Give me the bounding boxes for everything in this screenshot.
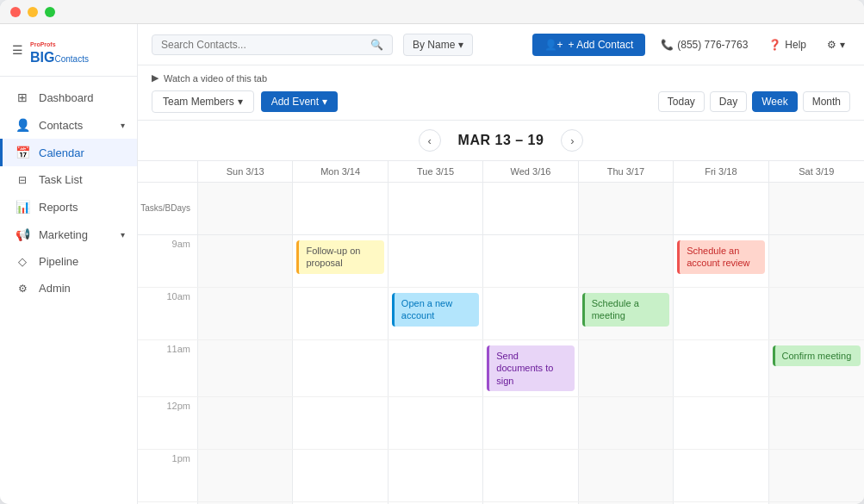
help-button[interactable]: ❓ Help	[763, 35, 811, 54]
time-row-9am: 9am Follow-up on proposal Schedule an ac…	[138, 235, 864, 288]
view-day-button[interactable]: Day	[710, 91, 747, 112]
by-name-button[interactable]: By Name ▾	[403, 34, 473, 56]
settings-chevron: ▾	[840, 39, 845, 51]
cell-sun-9am[interactable]	[198, 235, 293, 287]
cell-tue-9am[interactable]	[388, 235, 483, 287]
cell-sun-12pm[interactable]	[198, 397, 293, 449]
sidebar-item-task-list[interactable]: ⊟ Task List	[0, 166, 137, 193]
cell-sat-1pm[interactable]	[769, 450, 864, 501]
tasks-sun	[198, 183, 293, 234]
time-label-1pm: 1pm	[138, 450, 198, 501]
team-members-label: Team Members	[163, 96, 234, 108]
cell-fri-11am[interactable]	[674, 340, 768, 396]
watch-video-link[interactable]: ▶ Watch a video of this tab	[152, 72, 850, 84]
cell-mon-12pm[interactable]	[293, 397, 388, 449]
pipeline-icon: ◇	[15, 255, 30, 268]
event-send-documents[interactable]: Send documents to sign	[487, 345, 574, 391]
cell-thu-1pm[interactable]	[579, 450, 674, 501]
sidebar-item-admin[interactable]: ⚙ Admin	[0, 275, 137, 302]
app-window: ☰ ProProfs BIG Contacts ⊞ Dashboard 👤 Co…	[0, 0, 864, 504]
add-contact-button[interactable]: 👤+ + Add Contact	[532, 34, 646, 56]
cell-sun-10am[interactable]	[198, 288, 293, 339]
cell-thu-10am[interactable]: Schedule a meeting	[579, 288, 674, 339]
cell-wed-10am[interactable]	[483, 288, 578, 339]
add-contact-icon: 👤+	[544, 39, 563, 51]
time-label-9am: 9am	[138, 235, 198, 287]
search-container[interactable]: 🔍	[152, 34, 393, 55]
cell-fri-9am[interactable]: Schedule an account review	[674, 235, 768, 287]
sidebar-label-dashboard: Dashboard	[39, 91, 94, 104]
add-event-button[interactable]: Add Event ▾	[261, 91, 338, 112]
logo-proprofs: ProProfs	[30, 41, 56, 47]
event-schedule-meeting[interactable]: Schedule a meeting	[582, 293, 669, 327]
cell-sun-11am[interactable]	[198, 340, 293, 396]
sidebar-item-calendar[interactable]: 📅 Calendar	[0, 139, 137, 166]
event-open-new-account[interactable]: Open a new account	[392, 293, 479, 327]
cell-mon-1pm[interactable]	[293, 450, 388, 501]
settings-button[interactable]: ⚙ ▾	[822, 35, 850, 54]
minimize-dot[interactable]	[28, 7, 38, 17]
cell-wed-9am[interactable]	[483, 235, 578, 287]
cell-wed-12pm[interactable]	[483, 397, 578, 449]
sidebar-label-calendar: Calendar	[39, 146, 84, 159]
sidebar-item-contacts[interactable]: 👤 Contacts ▾	[0, 111, 137, 139]
cell-sat-9am[interactable]	[769, 235, 864, 287]
view-month-button[interactable]: Month	[803, 91, 850, 112]
next-week-button[interactable]: ›	[561, 129, 583, 152]
sidebar-item-marketing[interactable]: 📢 Marketing ▾	[0, 221, 137, 248]
prev-week-button[interactable]: ‹	[419, 129, 441, 152]
play-icon: ▶	[152, 72, 159, 84]
cell-wed-1pm[interactable]	[483, 450, 578, 501]
time-label-10am: 10am	[138, 288, 198, 339]
maximize-dot[interactable]	[45, 7, 55, 17]
phone-button[interactable]: 📞 (855) 776-7763	[656, 35, 753, 54]
sidebar: ☰ ProProfs BIG Contacts ⊞ Dashboard 👤 Co…	[0, 24, 138, 504]
cell-wed-11am[interactable]: Send documents to sign	[483, 340, 578, 396]
cell-fri-10am[interactable]	[674, 288, 768, 339]
event-follow-up-proposal[interactable]: Follow-up on proposal	[296, 240, 383, 274]
logo: ProProfs BIG Contacts	[30, 34, 89, 65]
hamburger-icon[interactable]: ☰	[12, 43, 23, 57]
chevron-down-icon-team: ▾	[238, 96, 243, 108]
cell-thu-9am[interactable]	[579, 235, 674, 287]
event-schedule-account-review[interactable]: Schedule an account review	[677, 240, 764, 274]
cell-sat-12pm[interactable]	[769, 397, 864, 449]
cell-mon-11am[interactable]	[293, 340, 388, 396]
calendar-icon: 📅	[15, 146, 30, 159]
cell-sat-10am[interactable]	[769, 288, 864, 339]
view-week-button[interactable]: Week	[752, 91, 797, 112]
close-dot[interactable]	[10, 7, 21, 17]
sidebar-item-dashboard[interactable]: ⊞ Dashboard	[0, 84, 137, 111]
search-input[interactable]	[161, 39, 365, 51]
cell-sun-1pm[interactable]	[198, 450, 293, 501]
cell-fri-12pm[interactable]	[674, 397, 768, 449]
cell-thu-11am[interactable]	[579, 340, 674, 396]
team-members-button[interactable]: Team Members ▾	[152, 90, 254, 113]
col-header-fri: Fri 3/18	[674, 161, 768, 182]
help-label: Help	[785, 39, 806, 51]
tasks-tue	[388, 183, 483, 234]
cell-sat-11am[interactable]: Confirm meeting	[769, 340, 864, 396]
cell-tue-1pm[interactable]	[388, 450, 483, 501]
cell-thu-12pm[interactable]	[579, 397, 674, 449]
top-bar: 🔍 By Name ▾ 👤+ + Add Contact 📞 (855) 776…	[138, 24, 864, 65]
cell-tue-10am[interactable]: Open a new account	[388, 288, 483, 339]
cell-tue-12pm[interactable]	[388, 397, 483, 449]
cell-tue-11am[interactable]	[388, 340, 483, 396]
sidebar-item-pipeline[interactable]: ◇ Pipeline	[0, 248, 137, 275]
watch-video-text: Watch a video of this tab	[164, 73, 267, 84]
view-today-button[interactable]: Today	[658, 91, 705, 112]
app-layout: ☰ ProProfs BIG Contacts ⊞ Dashboard 👤 Co…	[0, 24, 864, 504]
logo-big: BIG	[30, 50, 54, 65]
sidebar-label-task-list: Task List	[39, 173, 83, 186]
col-header-sat: Sat 3/19	[769, 161, 864, 182]
content-header: ▶ Watch a video of this tab Team Members…	[138, 65, 864, 121]
phone-number: (855) 776-7763	[677, 39, 748, 51]
calendar-grid: Sun 3/13 Mon 3/14 Tue 3/15 Wed 3/16 Thu …	[138, 161, 864, 504]
cell-mon-10am[interactable]	[293, 288, 388, 339]
sidebar-item-reports[interactable]: 📊 Reports	[0, 193, 137, 221]
cell-fri-1pm[interactable]	[674, 450, 768, 501]
cell-mon-9am[interactable]: Follow-up on proposal	[293, 235, 388, 287]
event-confirm-meeting[interactable]: Confirm meeting	[773, 345, 861, 366]
calendar-container: ‹ MAR 13 – 19 › Sun 3/13 Mon 3/14 Tue 3/…	[138, 121, 864, 504]
